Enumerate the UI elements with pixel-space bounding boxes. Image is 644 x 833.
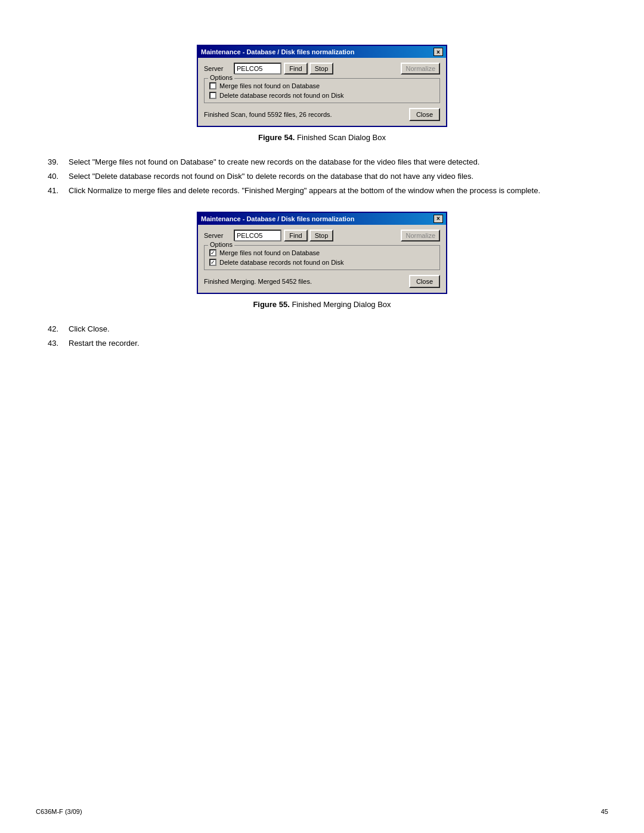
step-39-text: Select "Merge files not found on Databas… [69,157,608,168]
dialog1-status-row: Finished Scan, found 5592 files, 26 reco… [204,108,440,121]
dialog2-options-group: Options Merge files not found on Databas… [204,245,440,270]
dialog1-server-input[interactable] [234,63,281,75]
dialog2-server-row: Server Find Stop Normalize [204,230,440,241]
dialog1-options-group: Options Merge files not found on Databas… [204,78,440,103]
dialog2-option1-row: Merge files not found on Database [209,249,435,256]
dialog2-stop-button[interactable]: Stop [309,230,333,241]
dialog2-titlebar: Maintenance - Database / Disk files norm… [198,213,446,225]
step-42-number: 42. [48,324,69,335]
step-41-number: 41. [48,185,69,196]
step-39-number: 39. [48,157,69,168]
step-41-text: Click Normalize to merge files and delet… [69,185,608,196]
dialog1: Maintenance - Database / Disk files norm… [197,45,447,127]
dialog1-normalize-button[interactable]: Normalize [401,63,440,75]
dialog2-option1-label: Merge files not found on Database [219,249,320,256]
dialog2-find-button[interactable]: Find [284,230,308,241]
dialog1-option1-label: Merge files not found on Database [219,82,320,89]
step-43-text: Restart the recorder. [69,338,608,349]
dialog2-option1-checkbox[interactable] [209,249,216,256]
dialog1-close-button[interactable]: Close [409,108,440,121]
dialog1-status-text: Finished Scan, found 5592 files, 26 reco… [204,111,332,118]
dialog2-options-legend: Options [208,241,234,248]
page-footer: C636M-F (3/09) 45 [36,808,608,815]
dialog2-close-icon[interactable]: × [434,215,443,223]
dialog2-container: Maintenance - Database / Disk files norm… [36,212,608,294]
dialog2-title: Maintenance - Database / Disk files norm… [201,215,354,222]
figure55-caption: Figure 55. Finished Merging Dialog Box [36,300,608,309]
dialog1-stop-button[interactable]: Stop [309,63,333,75]
step-39: 39. Select "Merge files not found on Dat… [48,157,608,168]
dialog1-titlebar: Maintenance - Database / Disk files norm… [198,46,446,58]
dialog1-container: Maintenance - Database / Disk files norm… [36,45,608,127]
dialog1-option1-row: Merge files not found on Database [209,82,435,89]
dialog1-option2-checkbox[interactable] [209,92,216,99]
dialog2-normalize-button[interactable]: Normalize [401,230,440,241]
step-42: 42. Click Close. [48,324,608,335]
figure55-text: Finished Merging Dialog Box [290,300,391,309]
figure55-bold: Figure 55. [253,300,289,309]
dialog1-options-legend: Options [208,74,234,81]
step-40-number: 40. [48,171,69,182]
dialog2-status-text: Finished Merging. Merged 5452 files. [204,278,312,285]
step-42-text: Click Close. [69,324,608,335]
figure54-caption: Figure 54. Finished Scan Dialog Box [36,133,608,142]
dialog2-server-input[interactable] [234,230,281,241]
dialog2-option2-row: Delete database records not found on Dis… [209,259,435,266]
dialog1-option2-label: Delete database records not found on Dis… [219,92,344,99]
steps-group2: 42. Click Close. 43. Restart the recorde… [36,324,608,349]
dialog1-close-icon[interactable]: × [434,48,443,56]
dialog1-title: Maintenance - Database / Disk files norm… [201,48,354,55]
figure54-text: Finished Scan Dialog Box [295,133,385,142]
steps-group1: 39. Select "Merge files not found on Dat… [36,157,608,197]
dialog2-body: Server Find Stop Normalize Options Merge… [198,225,446,293]
step-43-number: 43. [48,338,69,349]
step-41: 41. Click Normalize to merge files and d… [48,185,608,196]
dialog1-option1-checkbox[interactable] [209,82,216,89]
step-40: 40. Select "Delete database records not … [48,171,608,182]
dialog1-body: Server Find Stop Normalize Options Merge… [198,58,446,126]
figure54-bold: Figure 54. [258,133,295,142]
step-40-text: Select "Delete database records not foun… [69,171,608,182]
dialog2-option2-checkbox[interactable] [209,259,216,266]
dialog1-server-row: Server Find Stop Normalize [204,63,440,75]
footer-left: C636M-F (3/09) [36,808,82,815]
dialog2-option2-label: Delete database records not found on Dis… [219,259,344,266]
dialog2-status-row: Finished Merging. Merged 5452 files. Clo… [204,275,440,288]
footer-right: 45 [601,808,608,815]
step-43: 43. Restart the recorder. [48,338,608,349]
dialog1-option2-row: Delete database records not found on Dis… [209,92,435,99]
dialog2-close-button[interactable]: Close [409,275,440,288]
dialog1-server-label: Server [204,65,234,72]
dialog2-server-label: Server [204,232,234,239]
dialog1-find-button[interactable]: Find [284,63,308,75]
dialog2: Maintenance - Database / Disk files norm… [197,212,447,294]
